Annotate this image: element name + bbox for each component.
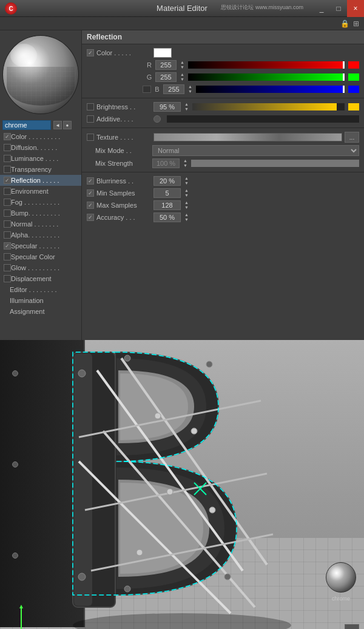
sidebar-item-illumination[interactable]: Illumination (0, 295, 81, 306)
color-checkbox[interactable]: ✓ (87, 49, 94, 56)
sidebar-item-displacement[interactable]: Displacement (0, 273, 81, 284)
brightness-spinner[interactable]: ▲ ▼ (184, 102, 189, 112)
fog-enabled-checkbox[interactable] (4, 199, 11, 206)
sidebar-item-alpha-label: Alpha. . . . . . . . . (11, 231, 78, 239)
lock-icon[interactable]: 🔒 (340, 19, 349, 28)
max-samples-input[interactable] (153, 200, 181, 210)
sidebar-item-environment[interactable]: Environment (0, 186, 81, 197)
sidebar-item-bump-label: Bump. . . . . . . . . (11, 209, 78, 217)
next-material-button[interactable]: ● (63, 121, 72, 129)
mix-strength-slider[interactable] (191, 160, 359, 167)
brightness-slider[interactable] (192, 103, 345, 110)
sidebar-item-specular-color[interactable]: Specular Color (0, 251, 81, 262)
grid-icon[interactable]: ⊞ (353, 19, 359, 28)
color-swatch[interactable] (153, 48, 172, 58)
g-slider[interactable] (188, 73, 345, 81)
node-4 (209, 507, 215, 513)
sidebar-item-alpha[interactable]: Alpha. . . . . . . . . (0, 229, 81, 240)
close-button[interactable]: × (347, 0, 364, 17)
specular-enabled-checkbox[interactable]: ✓ (4, 242, 11, 250)
blurriness-spinner[interactable]: ▲ ▼ (184, 176, 189, 186)
screw-2 (12, 461, 18, 467)
prev-material-button[interactable]: ◄ (53, 121, 62, 129)
sidebar-item-glow[interactable]: Glow . . . . . . . . . (0, 262, 81, 273)
accuracy-input[interactable] (153, 212, 181, 222)
transparency-enabled-checkbox[interactable] (4, 166, 11, 173)
r-slider[interactable] (188, 61, 345, 69)
color-label: Color . . . . . (96, 49, 151, 56)
additive-toggle[interactable] (153, 115, 161, 123)
sidebar-item-color[interactable]: ✓ Color . . . . . . . . . (0, 131, 81, 142)
r-spinner[interactable]: ▲ ▼ (180, 60, 184, 70)
corner-label: chrome (326, 596, 356, 602)
g-value-input[interactable] (155, 72, 177, 82)
node-5 (136, 549, 143, 556)
maximize-button[interactable]: □ (330, 0, 347, 17)
additive-checkbox[interactable] (87, 115, 94, 123)
max-samples-spinner[interactable]: ▲ ▼ (184, 200, 189, 210)
viewport-tool-1[interactable]: ⊕ (345, 624, 359, 629)
blurriness-checkbox[interactable]: ✓ (87, 177, 94, 185)
min-samples-label: Min Samples (96, 189, 151, 197)
sidebar-item-displacement-label: Displacement (11, 275, 78, 282)
sidebar-item-bump[interactable]: Bump. . . . . . . . . (0, 208, 81, 219)
mix-strength-spinner[interactable]: ▲ ▼ (183, 158, 187, 168)
glow-enabled-checkbox[interactable] (4, 264, 11, 271)
toolbar-icons: 🔒 ⊞ (0, 17, 364, 30)
bolt-5 (124, 586, 130, 592)
screw-1 (12, 370, 18, 376)
alpha-enabled-checkbox[interactable] (4, 231, 11, 239)
specularcolor-enabled-checkbox[interactable] (4, 253, 11, 260)
accuracy-spinner[interactable]: ▲ ▼ (184, 212, 189, 222)
window-title: Material Editor (157, 4, 207, 13)
min-samples-spinner[interactable]: ▲ ▼ (184, 188, 189, 198)
b-value-input[interactable] (163, 84, 184, 94)
sidebar-item-specular[interactable]: ✓ Specular . . . . . . (0, 240, 81, 251)
bump-enabled-checkbox[interactable] (4, 209, 11, 217)
texture-checkbox[interactable] (87, 134, 94, 141)
min-samples-row: ✓ Min Samples ▲ ▼ (82, 187, 364, 199)
brightness-checkbox[interactable] (87, 103, 94, 110)
g-spinner[interactable]: ▲ ▼ (180, 72, 184, 82)
reflection-enabled-checkbox[interactable]: ✓ (4, 177, 11, 184)
luminance-enabled-checkbox[interactable] (4, 155, 11, 162)
r-value-input[interactable] (155, 60, 177, 70)
sidebar-item-assignment[interactable]: Assignment (0, 306, 81, 317)
texture-preview[interactable] (153, 133, 342, 141)
sidebar-item-normal[interactable]: Normal . . . . . . . (0, 219, 81, 229)
sidebar-item-luminance[interactable]: Luminance . . . . (0, 153, 81, 164)
b-end-swatch (348, 86, 359, 93)
sidebar-item-transparency[interactable]: Transparency (0, 164, 81, 175)
blurriness-input[interactable] (153, 176, 181, 186)
additive-slider[interactable] (167, 115, 359, 123)
max-samples-checkbox[interactable]: ✓ (87, 202, 94, 209)
mix-strength-input[interactable] (152, 158, 180, 168)
bolt-6 (224, 574, 231, 580)
accuracy-label: Accuracy . . . (96, 214, 151, 221)
sidebar-item-diffusion[interactable]: Diffusion. . . . . . (0, 142, 81, 153)
min-samples-input[interactable] (153, 188, 181, 198)
texture-browse-button[interactable]: ... (345, 132, 359, 143)
sidebar-item-fog[interactable]: Fog . . . . . . . . . . (0, 197, 81, 208)
max-samples-row: ✓ Max Samples ▲ ▼ (82, 199, 364, 211)
brightness-row: Brightness . . ▲ ▼ (82, 101, 364, 113)
color-enabled-checkbox[interactable]: ✓ (4, 133, 11, 140)
diffusion-enabled-checkbox[interactable] (4, 144, 11, 151)
displacement-enabled-checkbox[interactable] (4, 275, 11, 282)
b-slider[interactable] (196, 86, 345, 93)
sidebar-item-editor[interactable]: Editor . . . . . . . . (0, 284, 81, 295)
sidebar-item-specular-label: Specular . . . . . . (11, 242, 78, 250)
brightness-value-input[interactable] (153, 102, 181, 112)
sidebar-item-reflection[interactable]: ✓ Reflection . . . . . (0, 175, 81, 186)
mix-mode-select[interactable]: Normal Multiply Screen Overlay (152, 145, 359, 156)
blurriness-row: ✓ Blurriness . . ▲ ▼ (82, 175, 364, 187)
material-name-input[interactable] (2, 120, 51, 130)
accuracy-checkbox[interactable]: ✓ (87, 214, 94, 221)
brightness-label: Brightness . . (96, 103, 151, 110)
mix-mode-label: Mix Mode . . (95, 147, 150, 154)
min-samples-checkbox[interactable]: ✓ (87, 189, 94, 197)
environment-enabled-checkbox[interactable] (4, 188, 11, 195)
b-spinner[interactable]: ▲ ▼ (188, 84, 192, 94)
minimize-button[interactable]: _ (313, 0, 330, 17)
normal-enabled-checkbox[interactable] (4, 220, 11, 228)
